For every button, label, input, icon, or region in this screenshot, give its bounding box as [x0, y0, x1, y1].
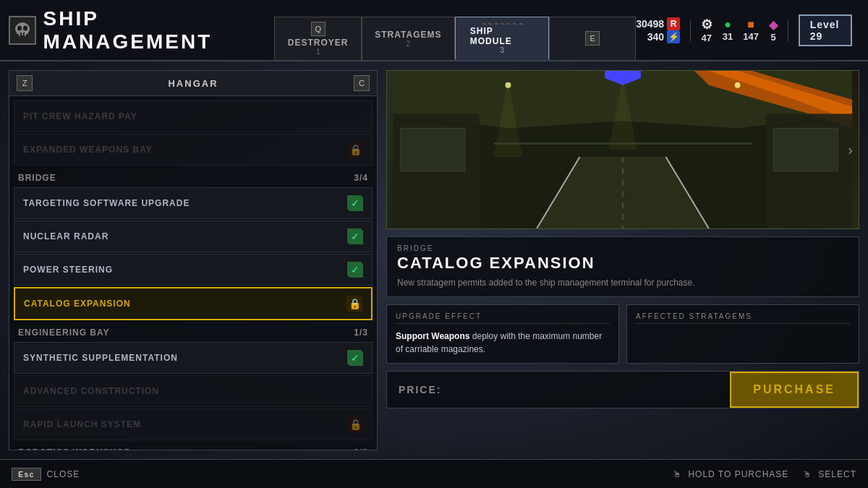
price-area: PRICE:	[387, 375, 723, 404]
status-icon-lock-red-1: 🔒	[347, 142, 363, 158]
active-tab-stripe	[480, 23, 524, 25]
svg-rect-19	[401, 128, 465, 171]
skull-icon	[9, 16, 36, 45]
resource-row-1: 30498 R	[636, 17, 680, 30]
module-item-advanced-construction[interactable]: ADVANCED CONSTRUCTION	[14, 375, 373, 407]
module-item-pit-crew[interactable]: PIT CREW HAZARD PAY	[14, 100, 373, 132]
svg-point-2	[23, 25, 27, 30]
upgrade-effect-title: UPGRADE EFFECT	[396, 312, 610, 324]
status-icon-lock-red-2: 🔒	[347, 416, 363, 432]
status-icon-lock-yellow: 🔒	[346, 296, 362, 312]
preview-arrow-icon[interactable]: ›	[848, 142, 853, 158]
module-item-rapid-launch[interactable]: RAPID LAUNCH SYSTEM 🔒	[14, 408, 373, 440]
module-item-expanded-weapons[interactable]: EXPANDED WEAPONS BAY 🔒	[14, 134, 373, 166]
resource-divider-2	[788, 20, 788, 41]
tab-ship-module[interactable]: SHIP MODULE 3	[455, 17, 550, 60]
upgrade-effect-content: Support Weapons deploy with the maximum …	[396, 330, 610, 356]
hold-icon: 🖱	[673, 469, 682, 479]
purchase-button[interactable]: PURCHASE	[730, 372, 859, 408]
bottom-right-actions: 🖱 HOLD TO PURCHASE 🖱 SELECT	[673, 469, 856, 479]
select-icon: 🖱	[803, 469, 812, 479]
module-item-catalog-expansion[interactable]: CATALOG EXPANSION 🔒	[14, 287, 373, 320]
status-icon-check-2: ✓	[347, 228, 363, 244]
item-detail: BRIDGE CATALOG EXPANSION New stratagem p…	[386, 236, 859, 297]
esc-key[interactable]: Esc	[12, 468, 41, 481]
left-panel: Z HANGAR C PIT CREW HAZARD PAY EXPANDED …	[9, 70, 378, 450]
primary-resources: 30498 R 340 ⚡	[636, 17, 680, 43]
hold-label: HOLD TO PURCHASE	[688, 469, 788, 479]
module-item-power-steering[interactable]: POWER STEERING ✓	[14, 254, 373, 286]
section-header: Z HANGAR C	[9, 71, 377, 96]
purchase-row: PRICE: PURCHASE	[386, 371, 859, 408]
affected-stratagems-box: AFFECTED STRATAGEMS	[626, 304, 859, 364]
section-title: HANGAR	[168, 78, 218, 89]
close-label: CLOSE	[47, 469, 80, 479]
preview-image: ›	[386, 70, 859, 229]
svg-rect-6	[20, 33, 22, 36]
right-panel: › BRIDGE CATALOG EXPANSION New stratagem…	[386, 70, 859, 450]
module-item-nuclear-radar[interactable]: NUCLEAR RADAR ✓	[14, 221, 373, 252]
primary-value: 30498	[636, 18, 664, 30]
section-key-c[interactable]: C	[354, 75, 370, 91]
svg-rect-20	[773, 128, 838, 171]
main-content: Z HANGAR C PIT CREW HAZARD PAY EXPANDED …	[0, 61, 868, 459]
resource-divider-1	[690, 20, 691, 41]
svg-rect-5	[17, 31, 28, 34]
status-icon-check-3: ✓	[347, 262, 363, 278]
status-icon-none	[347, 108, 363, 124]
section-key-z[interactable]: Z	[17, 75, 33, 91]
level-badge: Level 29	[799, 14, 852, 46]
price-label: PRICE:	[399, 384, 441, 395]
svg-rect-27	[494, 142, 752, 145]
category-robotics: ROBOTICS WORKSHOP 2/3	[9, 442, 377, 450]
svg-rect-7	[23, 33, 25, 36]
details-row: UPGRADE EFFECT Support Weapons deploy wi…	[386, 304, 859, 364]
resource-icon-r: R	[667, 17, 680, 30]
status-icon-check-1: ✓	[347, 195, 363, 211]
tab-key-q: Q	[311, 22, 326, 36]
resource-diamond-pink: ◆ 5	[769, 18, 778, 43]
tab-destroyer[interactable]: Q DESTROYER 1	[274, 17, 362, 60]
resource-bar: 30498 R 340 ⚡ ⚙ 47 ● 31 ■ 147 ◆ 5 Level …	[636, 14, 859, 46]
svg-point-23	[735, 82, 741, 88]
status-icon-check-4: ✓	[347, 350, 363, 366]
item-name: CATALOG EXPANSION	[397, 254, 848, 273]
category-engineering: ENGINEERING BAY 1/3	[9, 322, 377, 341]
hold-to-purchase-action: 🖱 HOLD TO PURCHASE	[673, 469, 788, 479]
resource-icon-blue: ⚡	[667, 30, 680, 43]
nav-tabs: Q DESTROYER 1 STRATAGEMS 2 SHIP MODULE 3…	[274, 0, 636, 60]
resource-square-orange: ■ 147	[743, 18, 759, 42]
item-category: BRIDGE	[397, 244, 848, 252]
module-item-synthetic[interactable]: SYNTHETIC SUPPLEMENTATION ✓	[14, 342, 373, 374]
affected-stratagems-title: AFFECTED STRATAGEMS	[636, 312, 850, 324]
tab-e[interactable]: E	[549, 17, 636, 60]
upgrade-effect-box: UPGRADE EFFECT Support Weapons deploy wi…	[386, 304, 619, 364]
resource-circle-green: ● 31	[723, 18, 733, 42]
module-item-targeting[interactable]: TARGETING SOFTWARE UPGRADE ✓	[14, 187, 373, 219]
select-action: 🖱 SELECT	[803, 469, 856, 479]
resource-row-2: 340 ⚡	[647, 30, 680, 43]
category-bridge: BRIDGE 3/4	[9, 167, 377, 186]
tab-key-e: E	[585, 31, 600, 46]
status-icon-none-2	[347, 383, 363, 399]
item-description: New stratagem permits added to the ship …	[397, 277, 848, 289]
svg-point-1	[17, 25, 22, 30]
select-label: SELECT	[818, 469, 856, 479]
bottom-bar: Esc CLOSE 🖱 HOLD TO PURCHASE 🖱 SELECT	[0, 459, 868, 488]
close-action: Esc CLOSE	[12, 468, 80, 481]
tab-stratagems[interactable]: STRATAGEMS 2	[362, 17, 455, 60]
module-list: PIT CREW HAZARD PAY EXPANDED WEAPONS BAY…	[9, 96, 377, 450]
page-title: SHIP MANAGEMENT	[43, 7, 260, 53]
resource-cog: ⚙ 47	[701, 17, 712, 43]
header: SHIP MANAGEMENT Q DESTROYER 1 STRATAGEMS…	[0, 0, 868, 61]
secondary-value: 340	[647, 31, 664, 43]
